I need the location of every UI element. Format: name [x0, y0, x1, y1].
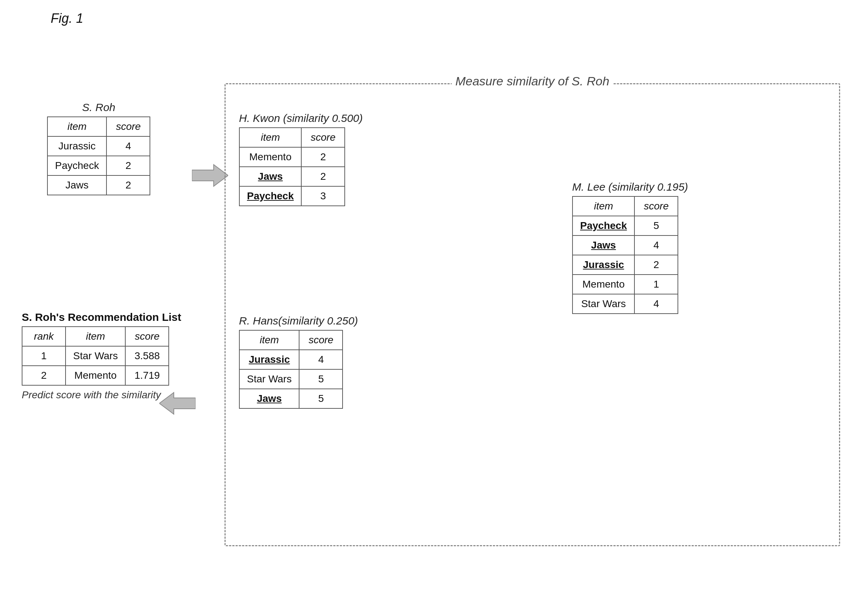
table-row: 1 Star Wars 3.588: [22, 346, 169, 366]
table-row: Memento 1: [573, 275, 678, 294]
table-row: Paycheck 5: [573, 216, 678, 235]
sroh-header-score: score: [106, 117, 150, 136]
rhans-title: R. Hans(similarity 0.250): [239, 315, 358, 327]
hkwon-header-score: score: [301, 128, 345, 147]
sroh-header-item: item: [47, 117, 106, 136]
mlee-row5-score: 4: [635, 294, 678, 313]
rhans-section: R. Hans(similarity 0.250) item score Jur…: [239, 315, 358, 409]
rec-header-rank: rank: [22, 327, 65, 346]
rec-header-item: item: [65, 327, 125, 346]
table-row: Memento 2: [239, 147, 345, 167]
hkwon-row1-item: Memento: [239, 147, 301, 167]
rec-section: S. Roh's Recommendation List rank item s…: [22, 311, 182, 401]
hkwon-title: H. Kwon (similarity 0.500): [239, 112, 363, 124]
sroh-row3-score: 2: [106, 175, 150, 195]
rhans-header-score: score: [299, 330, 342, 350]
sroh-row1-item: Jurassic: [47, 136, 106, 156]
table-row: 2 Memento 1.719: [22, 366, 169, 385]
rhans-row3-score: 5: [299, 389, 342, 408]
rec-title: S. Roh's Recommendation List: [22, 311, 182, 324]
measure-similarity-label: Measure similarity of S. Roh: [452, 74, 613, 88]
mlee-row4-score: 1: [635, 275, 678, 294]
rhans-table: item score Jurassic 4 Star Wars 5 Jaws 5: [239, 330, 343, 409]
rec-header-score: score: [125, 327, 169, 346]
hkwon-section: H. Kwon (similarity 0.500) item score Me…: [239, 112, 363, 206]
mlee-row5-item: Star Wars: [573, 294, 635, 313]
sroh-row2-score: 2: [106, 156, 150, 175]
table-row: Jaws 5: [239, 389, 342, 408]
table-row: Paycheck 3: [239, 186, 345, 206]
mlee-table: item score Paycheck 5 Jaws 4 Jurassic 2 …: [572, 196, 678, 314]
rec-row2-rank: 2: [22, 366, 65, 385]
rec-table: rank item score 1 Star Wars 3.588 2 Meme…: [22, 326, 169, 385]
mlee-row3-item: Jurassic: [573, 255, 635, 275]
rhans-header-item: item: [239, 330, 299, 350]
rhans-row3-item: Jaws: [239, 389, 299, 408]
table-row: Jaws 4: [573, 235, 678, 255]
table-row: Paycheck 2: [47, 156, 150, 175]
hkwon-row2-item: Jaws: [239, 167, 301, 186]
table-row: Jaws 2: [239, 167, 345, 186]
rec-row1-score: 3.588: [125, 346, 169, 366]
hkwon-row1-score: 2: [301, 147, 345, 167]
mlee-header-score: score: [635, 196, 678, 216]
rec-row2-score: 1.719: [125, 366, 169, 385]
mlee-row2-score: 4: [635, 235, 678, 255]
rec-row2-item: Memento: [65, 366, 125, 385]
arrow-right-sroh-hkwon: [192, 163, 228, 188]
mlee-row3-score: 2: [635, 255, 678, 275]
figure-label: Fig. 1: [51, 11, 83, 26]
table-row: Jaws 2: [47, 175, 150, 195]
mlee-header-item: item: [573, 196, 635, 216]
hkwon-header-item: item: [239, 128, 301, 147]
mlee-row1-score: 5: [635, 216, 678, 235]
sroh-title: S. Roh: [47, 101, 150, 113]
sroh-row1-score: 4: [106, 136, 150, 156]
hkwon-row3-item: Paycheck: [239, 186, 301, 206]
hkwon-row3-score: 3: [301, 186, 345, 206]
svg-marker-0: [192, 165, 228, 186]
sroh-row3-item: Jaws: [47, 175, 106, 195]
hkwon-table: item score Memento 2 Jaws 2 Paycheck 3: [239, 127, 345, 206]
table-row: Star Wars 5: [239, 369, 342, 389]
rhans-row1-score: 4: [299, 350, 342, 369]
table-row: Jurassic 4: [47, 136, 150, 156]
rhans-row1-item: Jurassic: [239, 350, 299, 369]
sroh-row2-item: Paycheck: [47, 156, 106, 175]
rec-row1-rank: 1: [22, 346, 65, 366]
predict-label: Predict score with the similarity: [22, 389, 182, 401]
rhans-row2-item: Star Wars: [239, 369, 299, 389]
mlee-row2-item: Jaws: [573, 235, 635, 255]
sroh-section: S. Roh item score Jurassic 4 Paycheck 2 …: [47, 101, 150, 195]
mlee-row4-item: Memento: [573, 275, 635, 294]
table-row: Star Wars 4: [573, 294, 678, 313]
hkwon-row2-score: 2: [301, 167, 345, 186]
mlee-row1-item: Paycheck: [573, 216, 635, 235]
rhans-row2-score: 5: [299, 369, 342, 389]
mlee-section: M. Lee (similarity 0.195) item score Pay…: [572, 181, 688, 314]
table-row: Jurassic 4: [239, 350, 342, 369]
rec-row1-item: Star Wars: [65, 346, 125, 366]
table-row: Jurassic 2: [573, 255, 678, 275]
sroh-table: item score Jurassic 4 Paycheck 2 Jaws 2: [47, 116, 150, 195]
mlee-title: M. Lee (similarity 0.195): [572, 181, 688, 193]
